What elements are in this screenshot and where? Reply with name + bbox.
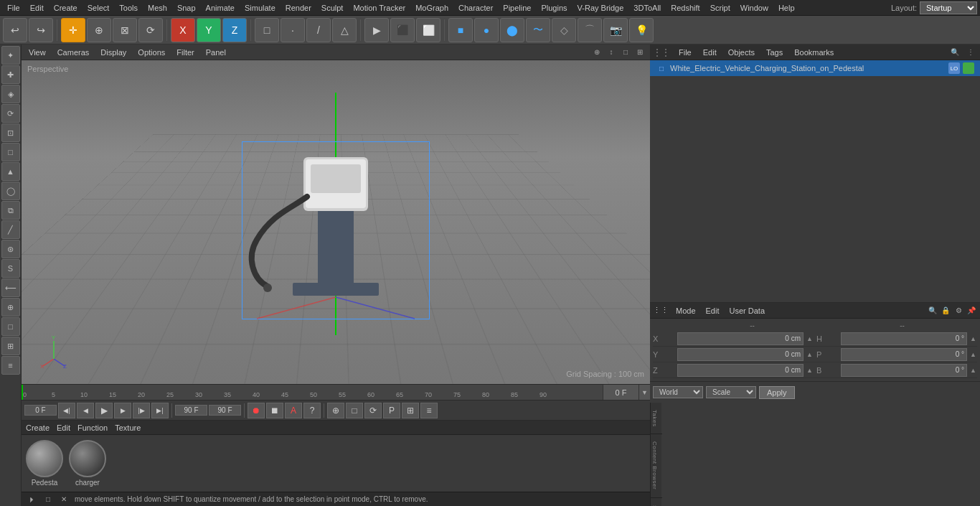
anim-box-btn[interactable]: □ [346, 403, 363, 418]
mat-menu-edit[interactable]: Edit [57, 423, 70, 432]
menu-window[interactable]: Window [736, 2, 773, 14]
mat-menu-function[interactable]: Function [77, 423, 108, 432]
menu-plugins[interactable]: Plugins [537, 2, 571, 14]
anim-play-btn[interactable]: ▶ [95, 403, 113, 418]
status-icon-3[interactable]: ✕ [57, 494, 70, 505]
attr-menu-userdata[interactable]: User Data [727, 306, 768, 315]
sphere-button[interactable]: ● [474, 18, 499, 42]
render-frame-button[interactable]: ▶ [364, 18, 389, 42]
anim-step-fwd-btn[interactable]: ▶ [114, 403, 131, 418]
coord-x-pos-arrow[interactable]: ▲ [806, 335, 814, 342]
move-tool-button[interactable]: ⊕ [87, 18, 111, 42]
om-filter-icon[interactable]: ⋮ [964, 46, 977, 59]
anim-next-frame-btn[interactable]: |▶ [133, 403, 150, 418]
anim-prev-frame-btn[interactable]: ◀| [58, 403, 75, 418]
anim-cycle-btn[interactable]: ⟳ [364, 403, 382, 418]
menu-tools[interactable]: Tools [115, 2, 142, 14]
vp-menu-panel[interactable]: Panel [203, 47, 229, 58]
vp-menu-filter[interactable]: Filter [174, 47, 197, 58]
left-tool-3[interactable]: ◈ [1, 85, 20, 103]
edge-mode-button[interactable]: / [306, 18, 331, 42]
polygon-mode-button[interactable]: △ [332, 18, 357, 42]
viewport-3d[interactable]: X Z Y Perspective Grid Spacing : 100 cm [22, 60, 650, 384]
anim-start-frame[interactable] [24, 405, 57, 416]
coord-x-pos-field[interactable] [677, 332, 804, 345]
coord-z-b-arrow[interactable]: ▲ [970, 367, 977, 374]
anim-help-btn[interactable]: ? [303, 403, 321, 418]
render-region-button[interactable]: ⬛ [390, 18, 415, 42]
coord-z-pos-arrow[interactable]: ▲ [806, 367, 814, 374]
menu-3dtoall[interactable]: 3DToAll [629, 2, 665, 14]
om-menu-edit[interactable]: Edit [700, 48, 720, 57]
status-icon-2[interactable]: □ [42, 494, 55, 505]
vp-icon-1[interactable]: ⊕ [591, 47, 603, 58]
spline-button[interactable]: 〜 [526, 18, 550, 42]
coord-x-h-field[interactable] [841, 332, 967, 345]
menu-vray[interactable]: V-Ray Bridge [573, 2, 628, 14]
left-tool-12[interactable]: S [1, 259, 20, 278]
left-tool-17[interactable]: ≡ [1, 356, 20, 375]
menu-edit[interactable]: Edit [26, 2, 48, 14]
attr-search-icon[interactable]: 🔍 [927, 305, 938, 317]
object-mode-button[interactable]: □ [255, 18, 279, 42]
redo-button[interactable]: ↩ [29, 18, 53, 42]
menu-create[interactable]: Create [50, 2, 82, 14]
coord-z-pos-field[interactable] [677, 364, 804, 377]
apply-button[interactable]: Apply [759, 386, 795, 399]
left-tool-14[interactable]: ⊕ [1, 298, 20, 317]
menu-help[interactable]: Help [774, 2, 799, 14]
menu-motion-tracker[interactable]: Motion Tracker [349, 2, 410, 14]
timeline-frame-dropdown-button[interactable]: ▼ [639, 385, 650, 400]
material-charger[interactable]: charger [69, 440, 106, 487]
coord-y-p-arrow[interactable]: ▲ [970, 351, 977, 358]
left-tool-6[interactable]: □ [1, 143, 20, 161]
menu-animate[interactable]: Animate [202, 2, 239, 14]
tab-structure[interactable]: Structure [651, 498, 662, 507]
cylinder-button[interactable]: ⬤ [500, 18, 524, 42]
menu-render[interactable]: Render [281, 2, 316, 14]
menu-character[interactable]: Character [454, 2, 497, 14]
left-tool-9[interactable]: ⧉ [1, 201, 20, 220]
world-dropdown[interactable]: World [653, 386, 703, 398]
om-item-charger[interactable]: □ White_Electric_Vehicle_Charging_Statio… [650, 60, 980, 76]
material-pedesta[interactable]: Pedesta [26, 440, 63, 487]
left-tool-1[interactable]: ✦ [1, 46, 20, 65]
anim-record-btn[interactable]: ⏺ [248, 403, 265, 418]
menu-mograph[interactable]: MoGraph [411, 2, 453, 14]
select-tool-button[interactable]: ✛ [61, 18, 85, 42]
attr-lock-icon[interactable]: 🔒 [940, 305, 951, 317]
om-menu-tags[interactable]: Tags [763, 48, 786, 57]
menu-script[interactable]: Script [706, 2, 735, 14]
attr-pin-icon[interactable]: 📌 [966, 305, 977, 317]
render-active-button[interactable]: ⬜ [416, 18, 440, 42]
vp-menu-view[interactable]: View [26, 47, 49, 58]
status-icon-1[interactable]: ⏵ [26, 494, 39, 505]
left-tool-2[interactable]: ✚ [1, 65, 20, 84]
anim-move-key-btn[interactable]: ⊕ [327, 403, 344, 418]
attr-menu-mode[interactable]: Mode [673, 306, 699, 315]
mat-menu-create[interactable]: Create [26, 423, 50, 432]
vp-menu-options[interactable]: Options [135, 47, 168, 58]
axis-x-button[interactable]: X [171, 18, 195, 42]
attr-menu-edit[interactable]: Edit [703, 306, 722, 315]
cube-button[interactable]: ■ [448, 18, 473, 42]
om-menu-file[interactable]: File [676, 48, 694, 57]
left-tool-5[interactable]: ⊡ [1, 123, 20, 142]
left-tool-15[interactable]: □ [1, 317, 20, 336]
menu-select[interactable]: Select [83, 2, 114, 14]
left-tool-16[interactable]: ⊞ [1, 337, 20, 355]
vp-icon-4[interactable]: ⊞ [634, 47, 646, 58]
point-mode-button[interactable]: · [281, 18, 305, 42]
om-menu-bookmarks[interactable]: Bookmarks [791, 48, 837, 57]
anim-auto-btn[interactable]: A [285, 403, 302, 418]
light-button[interactable]: 💡 [629, 18, 654, 42]
coord-y-p-field[interactable] [841, 348, 967, 361]
anim-step-back-btn[interactable]: ◀ [77, 403, 94, 418]
undo-button[interactable]: ↩ [3, 18, 27, 42]
scale-dropdown[interactable]: Scale [706, 386, 756, 398]
om-menu-objects[interactable]: Objects [725, 48, 758, 57]
coord-y-pos-arrow[interactable]: ▲ [806, 351, 814, 358]
left-tool-11[interactable]: ⊛ [1, 240, 20, 258]
coord-z-b-field[interactable] [841, 364, 967, 377]
left-tool-7[interactable]: ▲ [1, 162, 20, 181]
